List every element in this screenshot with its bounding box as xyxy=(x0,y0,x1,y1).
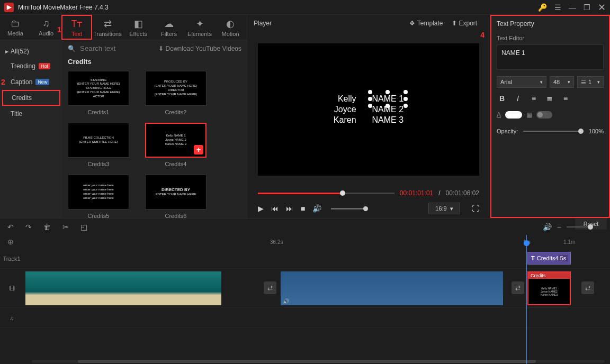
text-editor-input[interactable]: NAME 1 xyxy=(497,44,604,70)
text-color-swatch[interactable] xyxy=(505,111,522,119)
template-credits6[interactable]: DIRECTED BYENTER YOUR NAME HERE xyxy=(145,175,207,210)
fullscreen-button[interactable]: ⛶ xyxy=(472,204,479,213)
timeline-scrollbar[interactable] xyxy=(32,360,605,363)
category-trending[interactable]: TrendingHot xyxy=(0,58,62,74)
app-logo-icon: ▶ xyxy=(4,3,14,12)
play-button[interactable]: ▶ xyxy=(258,204,264,213)
category-caption[interactable]: 2 CaptionNew xyxy=(0,74,62,90)
selected-text-box[interactable]: NAME 1 xyxy=(372,94,404,104)
minimize-button[interactable]: — xyxy=(569,3,576,12)
video-clip-2[interactable]: 🔊 xyxy=(281,271,503,305)
category-credits[interactable]: Credits xyxy=(2,90,60,106)
template-credits1[interactable]: STARRING(ENTER YOUR NAME HERE)STARRING R… xyxy=(68,71,129,106)
effects-icon: ◧ xyxy=(134,18,143,30)
template-button[interactable]: ❖Template xyxy=(409,19,443,28)
prev-frame-button[interactable]: ⏮ xyxy=(271,204,279,213)
player-title: Player xyxy=(254,20,272,27)
template-credits2[interactable]: PRODUCED BY(ENTER YOUR NAME HERE)DIRECTO… xyxy=(145,71,207,106)
template-credits3[interactable]: FILMS COLLECTION(ENTER SUBTITLE HERE) xyxy=(68,123,129,158)
tab-text[interactable]: TᴛText 1 xyxy=(61,15,92,40)
scrub-knob[interactable] xyxy=(340,190,345,196)
time-current: 00:01:01:01 xyxy=(400,189,433,197)
tab-elements[interactable]: ✦Elements xyxy=(184,15,215,40)
upgrade-key-icon[interactable]: 🔑 xyxy=(538,3,547,12)
annotation-1: 1 xyxy=(57,25,61,34)
transition-slot-2[interactable]: ⇄ xyxy=(512,281,524,294)
audio-track[interactable]: ♫ xyxy=(0,308,610,328)
transition-slot-1[interactable]: ⇄ xyxy=(264,281,276,294)
transition-slot-3[interactable]: ⇄ xyxy=(581,281,594,294)
template-credits5[interactable]: enter your name hereenter your name here… xyxy=(68,175,129,210)
highlight-icon: ▦ xyxy=(526,111,532,119)
chevron-down-icon: ▾ xyxy=(597,79,600,85)
video-track-icon: 🎞 xyxy=(0,285,23,292)
opacity-value: 100% xyxy=(589,128,604,134)
panel-title: Text Property xyxy=(497,20,604,28)
text-clip-credits4[interactable]: T Credits4 5s xyxy=(527,252,571,265)
font-size-select[interactable]: 48▾ xyxy=(550,76,574,88)
chevron-down-icon: ▾ xyxy=(450,205,453,212)
bold-button[interactable]: B xyxy=(497,93,507,104)
category-title[interactable]: Title xyxy=(0,106,62,122)
font-select[interactable]: Arial▾ xyxy=(497,76,546,88)
category-all[interactable]: ▸All(52) xyxy=(0,44,62,58)
next-frame-button[interactable]: ⏭ xyxy=(286,204,293,213)
annotation-2: 2 xyxy=(1,78,5,86)
align-left-button[interactable]: ≡ xyxy=(528,93,539,104)
split-button[interactable]: ✂ xyxy=(62,223,69,231)
text-property-panel: Text Property Text Editor NAME 1 Arial▾ … xyxy=(490,15,610,218)
zoom-slider[interactable] xyxy=(567,226,593,228)
stop-button[interactable]: ■ xyxy=(301,204,305,213)
new-badge: New xyxy=(35,79,49,85)
zoom-out-button[interactable]: − xyxy=(557,223,561,231)
undo-button[interactable]: ↶ xyxy=(7,223,14,231)
opacity-label: Opacity: xyxy=(497,128,518,134)
annotation-4: 4 xyxy=(480,31,485,39)
sound-icon[interactable]: 🔊 xyxy=(543,223,552,231)
player-panel: Player ❖Template ⬆Export 4 KellyJoyceKar… xyxy=(247,15,490,218)
preview-canvas[interactable]: KellyJoyceKaren NAME 1 NAME 2NAME 3 xyxy=(258,43,479,176)
redo-button[interactable]: ↷ xyxy=(25,223,32,231)
download-youtube-link[interactable]: ⬇Download YouTube Videos xyxy=(158,45,241,52)
tab-filters[interactable]: ☁Filters xyxy=(154,15,184,40)
video-clip-1[interactable] xyxy=(25,271,221,305)
template-credits4[interactable]: Kelly NAME 1Joyce NAME 2Karen NAME 3 + xyxy=(145,123,207,158)
crop-button[interactable]: ◰ xyxy=(80,223,87,231)
menu-icon[interactable]: ☰ xyxy=(554,3,561,12)
text-track[interactable]: Track1 T Credits4 5s xyxy=(0,249,610,269)
opacity-slider[interactable] xyxy=(523,131,584,132)
credits-clip[interactable]: Credits Kelly NAME1Joyce NAME2Karen NAME… xyxy=(527,271,571,305)
text-editor-label: Text Editor xyxy=(497,35,604,41)
search-input[interactable] xyxy=(80,44,138,52)
add-track-icon[interactable]: ⊕ xyxy=(7,238,14,246)
playhead[interactable] xyxy=(526,235,527,364)
timeline-toolbar: ↶ ↷ 🗑 ✂ ◰ 🔊 − + xyxy=(0,218,610,235)
close-button[interactable]: ✕ xyxy=(598,2,606,13)
tab-motion[interactable]: ◐Motion xyxy=(215,15,246,40)
video-track[interactable]: 🎞 ⇄ 🔊 ⇄ Credits Kelly NAME1Joyce NAME2Ka… xyxy=(0,269,610,308)
volume-icon[interactable]: 🔊 xyxy=(312,204,321,213)
titlebar: ▶ MiniTool MovieMaker Free 7.4.3 🔑 ☰ — ❐… xyxy=(0,0,610,15)
add-template-button[interactable]: + xyxy=(194,145,203,154)
folder-icon: 🗀 xyxy=(11,18,20,29)
tab-effects[interactable]: ◧Effects xyxy=(123,15,154,40)
timeline-ruler[interactable]: ⊕ 36.2s 1m 1.1m xyxy=(0,235,610,249)
music-icon: ♫ xyxy=(42,18,50,29)
italic-button[interactable]: I xyxy=(513,93,523,104)
delete-button[interactable]: 🗑 xyxy=(43,223,51,231)
tab-media[interactable]: 🗀Media xyxy=(0,15,31,40)
maximize-button[interactable]: ❐ xyxy=(584,3,590,12)
aspect-ratio-select[interactable]: 16:9▾ xyxy=(428,203,460,214)
scrub-bar[interactable] xyxy=(258,193,394,194)
filters-icon: ☁ xyxy=(164,18,174,30)
export-button[interactable]: ⬆Export 4 xyxy=(452,19,483,28)
tab-transitions[interactable]: ⇄Transitions xyxy=(92,15,123,40)
text-icon: Tᴛ xyxy=(71,18,83,30)
align-center-button[interactable]: ≣ xyxy=(544,93,555,104)
text-clip-icon: T xyxy=(531,255,535,261)
highlight-toggle[interactable] xyxy=(536,111,552,119)
tool-tabs: 🗀Media ♫Audio TᴛText 1 ⇄Transitions ◧Eff… xyxy=(0,15,247,40)
align-right-button[interactable]: ≡ xyxy=(560,93,571,104)
line-spacing-select[interactable]: ☰1▾ xyxy=(577,76,604,88)
volume-slider[interactable] xyxy=(331,208,368,210)
